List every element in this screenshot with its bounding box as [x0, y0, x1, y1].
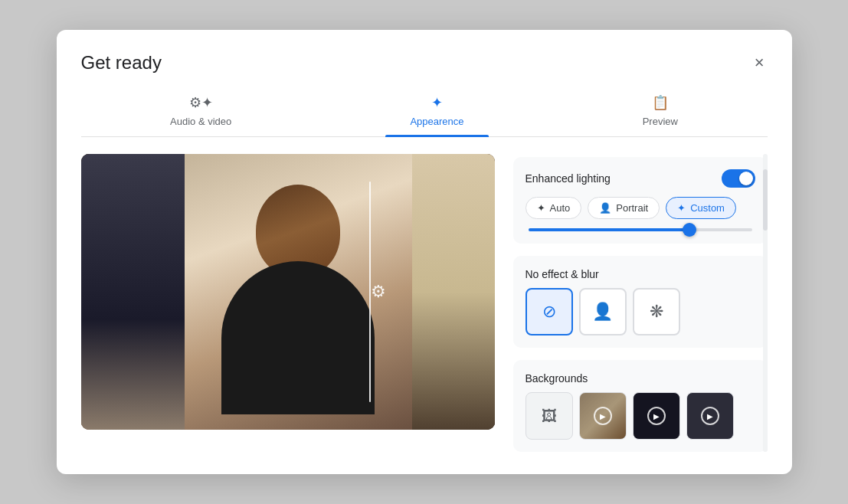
- upload-icon: 🖼: [542, 407, 557, 425]
- modal-header: Get ready ×: [81, 51, 768, 74]
- video-settings-icon: ⚙: [371, 282, 386, 302]
- person-silhouette: [198, 169, 398, 430]
- video-feed: ⚙: [81, 154, 495, 430]
- blur-heavy-icon: ❋: [650, 302, 663, 322]
- lighting-slider-thumb[interactable]: [683, 223, 696, 237]
- effect-blur-heavy-button[interactable]: ❋: [633, 288, 680, 335]
- gear-icon: ⚙✦: [189, 94, 213, 111]
- sparkle-icon: ✦: [431, 94, 443, 111]
- play-overlay-2: ▶: [634, 393, 679, 439]
- lighting-custom-button[interactable]: ✦ Custom: [666, 197, 736, 219]
- effects-label: No effect & blur: [525, 268, 755, 280]
- video-divider-line: [369, 182, 371, 402]
- tab-appearance[interactable]: ✦ Appearence: [385, 88, 488, 136]
- background-upload-button[interactable]: 🖼: [525, 392, 573, 440]
- lighting-toggle[interactable]: [722, 169, 755, 188]
- play-icon-2: ▶: [647, 407, 666, 425]
- play-icon-3: ▶: [701, 407, 719, 425]
- lighting-slider-fill: [529, 228, 689, 231]
- custom-icon: ✦: [677, 202, 686, 214]
- backgrounds-section: Backgrounds 🖼 ▶ ▶: [513, 360, 768, 452]
- effect-none-button[interactable]: ⊘: [525, 288, 573, 335]
- lighting-portrait-label: Portrait: [616, 202, 648, 214]
- tab-audio-video-label: Audio & video: [170, 116, 231, 127]
- blur-light-icon: 👤: [592, 302, 613, 322]
- background-medium-button[interactable]: ▶: [686, 392, 734, 440]
- scrollbar-thumb[interactable]: [763, 169, 768, 231]
- video-preview: ⚙: [81, 154, 495, 430]
- play-overlay-3: ▶: [687, 393, 733, 439]
- toggle-thumb: [739, 172, 753, 185]
- scrollbar-track: [763, 154, 768, 452]
- backgrounds-grid: 🖼 ▶ ▶: [525, 392, 755, 440]
- tab-appearance-label: Appearence: [410, 116, 463, 127]
- content-area: ⚙ Enhanced lighting ✦: [81, 154, 768, 452]
- close-button[interactable]: ×: [751, 51, 768, 74]
- tab-preview-label: Preview: [643, 116, 678, 127]
- lighting-auto-label: Auto: [550, 202, 571, 214]
- background-room-button[interactable]: ▶: [579, 392, 627, 440]
- portrait-icon: 👤: [599, 202, 611, 214]
- no-effect-icon: ⊘: [542, 302, 556, 322]
- lighting-portrait-button[interactable]: 👤 Portrait: [588, 197, 660, 219]
- lighting-custom-label: Custom: [690, 202, 725, 214]
- effect-blur-light-button[interactable]: 👤: [579, 288, 627, 335]
- modal-title: Get ready: [81, 52, 162, 74]
- effects-section: No effect & blur ⊘ 👤 ❋: [513, 256, 768, 348]
- tab-preview[interactable]: 📋 Preview: [618, 88, 702, 136]
- lighting-options: ✦ Auto 👤 Portrait ✦ Custom: [525, 197, 755, 219]
- lighting-section: Enhanced lighting ✦ Auto 👤: [513, 157, 768, 244]
- lighting-label: Enhanced lighting: [525, 172, 611, 185]
- background-dark-button[interactable]: ▶: [633, 392, 680, 440]
- backgrounds-label: Backgrounds: [525, 372, 755, 385]
- lighting-slider-track: [529, 228, 752, 231]
- lighting-auto-button[interactable]: ✦ Auto: [525, 197, 582, 219]
- tab-audio-video[interactable]: ⚙✦ Audio & video: [146, 88, 256, 136]
- play-overlay-1: ▶: [580, 393, 626, 439]
- play-icon-1: ▶: [594, 407, 612, 425]
- lighting-header: Enhanced lighting: [525, 169, 755, 188]
- lighting-slider-container: [525, 228, 755, 231]
- plus-icon: ✦: [537, 202, 545, 214]
- modal: Get ready × ⚙✦ Audio & video ✦ Appearenc…: [57, 30, 792, 474]
- clipboard-icon: 📋: [652, 94, 669, 111]
- tabs-nav: ⚙✦ Audio & video ✦ Appearence 📋 Preview: [81, 88, 768, 137]
- effects-grid: ⊘ 👤 ❋: [525, 288, 755, 335]
- right-panel: Enhanced lighting ✦ Auto 👤: [513, 154, 768, 452]
